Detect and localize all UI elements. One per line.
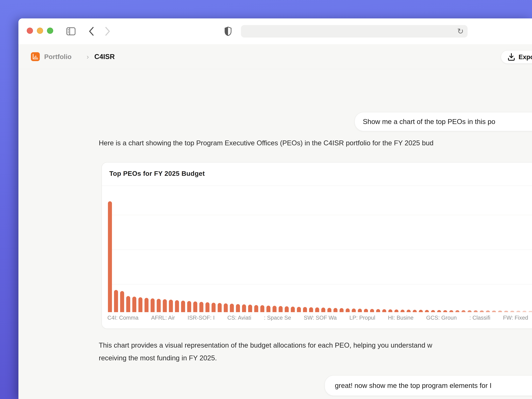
app-header: Portfolio › C4ISR Export — [19, 44, 532, 70]
bar — [145, 298, 149, 312]
bar — [309, 307, 313, 312]
bar — [266, 306, 270, 312]
bar — [352, 309, 356, 312]
bar — [419, 310, 423, 312]
user-message-text: great! now show me the top program eleme… — [335, 381, 492, 390]
bar — [382, 309, 386, 312]
card-divider — [102, 186, 532, 186]
bar — [169, 300, 173, 312]
assistant-followup-line2: receiving the most funding in FY 2025. — [99, 352, 532, 364]
bar — [151, 298, 155, 312]
x-axis-label: SW: SOF Wa — [304, 315, 337, 321]
x-axis-label: ISR-SOF: I — [188, 315, 215, 321]
bar — [413, 310, 417, 312]
x-axis-label: GCS: Groun — [426, 315, 457, 321]
bar — [291, 307, 295, 312]
bar — [492, 310, 496, 312]
bar — [248, 305, 252, 312]
bar — [114, 290, 118, 312]
assistant-followup-text: This chart provides a visual representat… — [99, 339, 532, 364]
portfolio-app-icon — [31, 52, 40, 61]
reload-icon[interactable]: ↻ — [457, 27, 464, 35]
export-button[interactable]: Export — [501, 50, 532, 63]
bar — [510, 311, 514, 312]
bar — [327, 308, 331, 312]
bar — [279, 306, 283, 312]
x-axis-label: : Classifi — [469, 315, 490, 321]
user-message-bubble: great! now show me the top program eleme… — [325, 375, 532, 396]
url-input[interactable] — [241, 25, 468, 38]
assistant-message-text: Here is a chart showing the top Program … — [99, 139, 532, 147]
bar — [212, 303, 215, 312]
breadcrumb-current-c4isr: C4ISR — [94, 53, 115, 61]
bar — [425, 310, 429, 312]
user-message-bubble: Show me a chart of the top PEOs in this … — [355, 112, 532, 131]
bar — [474, 310, 478, 312]
bar — [394, 310, 399, 312]
bar — [455, 310, 459, 312]
bar — [132, 297, 136, 312]
bar — [376, 309, 380, 312]
bar — [199, 302, 203, 312]
bar — [340, 308, 344, 312]
bar — [522, 311, 526, 312]
bar — [230, 304, 234, 312]
bar — [504, 311, 508, 312]
bar — [126, 296, 130, 312]
zoom-window-button[interactable] — [47, 28, 53, 34]
bar — [437, 310, 441, 312]
chart-card: Top PEOs for FY 2025 Budget C4I: CommaAF… — [101, 162, 532, 329]
bar — [236, 304, 240, 312]
back-icon[interactable] — [87, 19, 95, 44]
breadcrumb-portfolio[interactable]: Portfolio — [44, 53, 71, 61]
traffic-lights — [27, 28, 53, 34]
bar — [108, 201, 112, 312]
bar — [297, 307, 301, 312]
bar — [358, 309, 362, 312]
bar — [254, 305, 258, 312]
address-bar[interactable]: ↻ — [241, 25, 468, 38]
bar — [498, 310, 502, 312]
bar — [486, 310, 490, 312]
bar — [462, 310, 466, 312]
x-axis-label: : Space Se — [264, 315, 291, 321]
bar — [205, 302, 209, 312]
sidebar-toggle-icon[interactable] — [65, 19, 77, 44]
assistant-followup-line1: This chart provides a visual representat… — [99, 339, 532, 352]
export-label: Export — [519, 53, 532, 61]
chat-area: Show me a chart of the top PEOs in this … — [19, 70, 532, 399]
bar — [516, 311, 520, 312]
x-axis-label: LP: Propul — [349, 315, 375, 321]
bar — [242, 304, 246, 312]
bar — [224, 304, 228, 312]
bar — [181, 301, 185, 312]
bar — [468, 310, 472, 312]
bar — [443, 310, 447, 312]
breadcrumb-separator: › — [87, 53, 89, 61]
bar — [285, 306, 289, 312]
bar — [272, 306, 277, 312]
forward-icon[interactable] — [103, 19, 112, 44]
chart-plot-area — [108, 200, 532, 312]
privacy-shield-icon[interactable] — [223, 19, 233, 44]
bar — [407, 310, 411, 312]
bar — [364, 309, 368, 312]
bar — [370, 309, 374, 312]
x-axis-label: FW: Fixed — [503, 315, 528, 321]
x-axis-label: CS: Aviati — [227, 315, 251, 321]
bar — [193, 301, 197, 312]
x-axis-label: HI: Busine — [388, 315, 413, 321]
x-axis-label: AFRL: Air — [151, 315, 175, 321]
bar — [303, 307, 307, 312]
close-window-button[interactable] — [27, 28, 33, 34]
bar — [431, 310, 435, 312]
bar — [346, 308, 350, 312]
bar — [388, 309, 392, 312]
bar — [400, 310, 405, 312]
bar-series — [108, 201, 532, 312]
minimize-window-button[interactable] — [37, 28, 43, 34]
bar — [218, 303, 222, 312]
user-message-text: Show me a chart of the top PEOs in this … — [363, 118, 495, 126]
bar — [321, 308, 325, 312]
bar — [163, 299, 167, 312]
